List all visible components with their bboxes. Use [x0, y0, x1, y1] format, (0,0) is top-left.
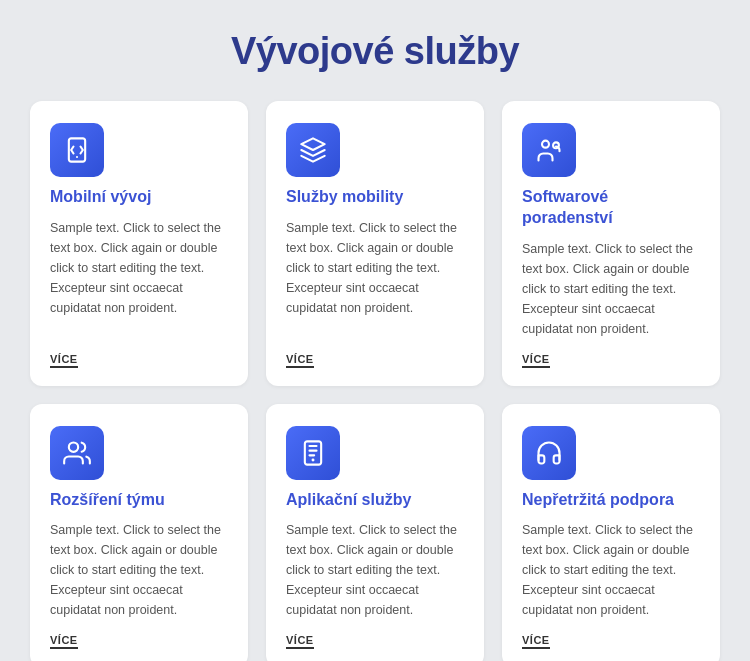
card-title-nepretrzita-podpora: Nepřetržitá podpora — [522, 490, 700, 511]
svg-point-5 — [69, 442, 78, 451]
card-link-sluzby-mobility[interactable]: VÍCE — [286, 353, 314, 368]
card-link-aplikacni-sluzby[interactable]: VÍCE — [286, 634, 314, 649]
card-title-softwarove-poradenstvi: Softwarové poradenství — [522, 187, 700, 229]
card-icon-nepretrzita-podpora — [522, 426, 576, 480]
card-text-sluzby-mobility: Sample text. Click to select the text bo… — [286, 218, 464, 339]
card-rozsireni-tymu: Rozšíření týmu Sample text. Click to sel… — [30, 404, 248, 661]
card-icon-rozsireni-tymu — [50, 426, 104, 480]
mobile-icon — [63, 136, 91, 164]
card-icon-sluzby-mobility — [286, 123, 340, 177]
card-softwarove-poradenstvi: Softwarové poradenství Sample text. Clic… — [502, 101, 720, 386]
headset-icon — [535, 439, 563, 467]
page-title: Vývojové služby — [231, 30, 519, 73]
card-link-rozsireni-tymu[interactable]: VÍCE — [50, 634, 78, 649]
card-icon-aplikacni-sluzby — [286, 426, 340, 480]
card-link-softwarove-poradenstvi[interactable]: VÍCE — [522, 353, 550, 368]
layers-icon — [299, 136, 327, 164]
card-text-nepretrzita-podpora: Sample text. Click to select the text bo… — [522, 520, 700, 620]
card-nepretrzita-podpora: Nepřetržitá podpora Sample text. Click t… — [502, 404, 720, 661]
card-title-aplikacni-sluzby: Aplikační služby — [286, 490, 464, 511]
users-icon — [63, 439, 91, 467]
card-title-rozsireni-tymu: Rozšíření týmu — [50, 490, 228, 511]
card-icon-mobilni-vyvoj — [50, 123, 104, 177]
card-title-mobilni-vyvoj: Mobilní vývoj — [50, 187, 228, 208]
card-sluzby-mobility: Služby mobility Sample text. Click to se… — [266, 101, 484, 386]
phone-app-icon — [299, 439, 327, 467]
card-title-sluzby-mobility: Služby mobility — [286, 187, 464, 208]
svg-marker-2 — [301, 138, 324, 150]
card-aplikacni-sluzby: Aplikační služby Sample text. Click to s… — [266, 404, 484, 661]
card-text-rozsireni-tymu: Sample text. Click to select the text bo… — [50, 520, 228, 620]
card-link-mobilni-vyvoj[interactable]: VÍCE — [50, 353, 78, 368]
cards-grid: Mobilní vývoj Sample text. Click to sele… — [30, 101, 720, 661]
card-text-mobilni-vyvoj: Sample text. Click to select the text bo… — [50, 218, 228, 339]
card-mobilni-vyvoj: Mobilní vývoj Sample text. Click to sele… — [30, 101, 248, 386]
card-icon-softwarove-poradenstvi — [522, 123, 576, 177]
card-link-nepretrzita-podpora[interactable]: VÍCE — [522, 634, 550, 649]
card-text-softwarove-poradenstvi: Sample text. Click to select the text bo… — [522, 239, 700, 339]
users-gear-icon — [535, 136, 563, 164]
card-text-aplikacni-sluzby: Sample text. Click to select the text bo… — [286, 520, 464, 620]
svg-point-3 — [542, 141, 549, 148]
